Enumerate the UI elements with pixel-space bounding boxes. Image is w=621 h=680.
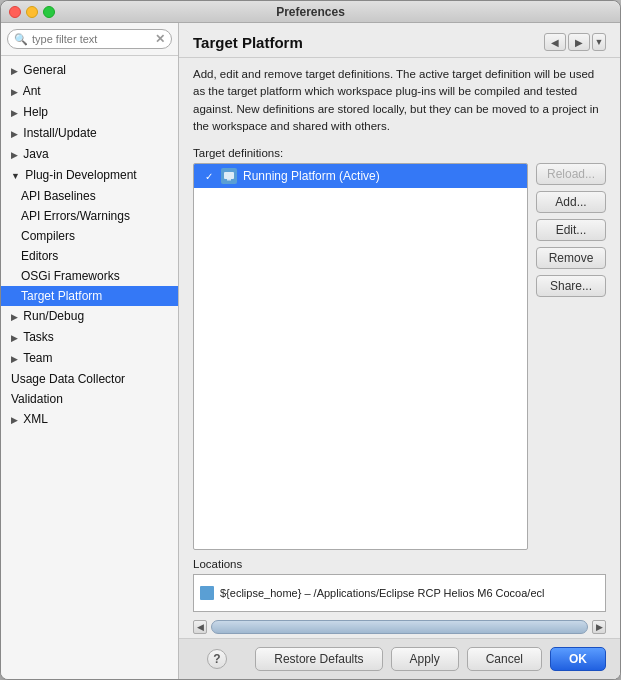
sidebar-item-label: Ant — [23, 84, 41, 98]
def-item-label: Running Platform (Active) — [243, 169, 380, 183]
sidebar-item-label: Target Platform — [21, 289, 102, 303]
sidebar: 🔍 ✕ ▶ General ▶ Ant ▶ H — [1, 23, 179, 679]
expand-triangle: ▶ — [11, 125, 18, 143]
minimize-button[interactable] — [26, 6, 38, 18]
window-title: Preferences — [276, 5, 345, 19]
locations-box: ${eclipse_home} – /Applications/Eclipse … — [193, 574, 606, 612]
expand-triangle: ▶ — [11, 62, 18, 80]
add-button[interactable]: Add... — [536, 191, 606, 213]
scroll-left-button[interactable]: ◀ — [193, 620, 207, 634]
panel-body: Target definitions: ✓ Running Platfor — [179, 143, 620, 558]
definitions-list: ✓ Running Platform (Active) — [193, 163, 528, 550]
sidebar-item-xml[interactable]: ▶ XML — [1, 409, 178, 430]
apply-button[interactable]: Apply — [391, 647, 459, 671]
sidebar-item-team[interactable]: ▶ Team — [1, 348, 178, 369]
sidebar-item-label: General — [23, 63, 66, 77]
sidebar-item-general[interactable]: ▶ General — [1, 60, 178, 81]
sidebar-item-help[interactable]: ▶ Help — [1, 102, 178, 123]
search-input[interactable] — [32, 33, 151, 45]
sidebar-item-label: API Baselines — [21, 189, 96, 203]
bottom-bar: ? Restore Defaults Apply Cancel OK — [179, 638, 620, 679]
sidebar-item-install-update[interactable]: ▶ Install/Update — [1, 123, 178, 144]
sidebar-item-label: Team — [23, 351, 52, 365]
def-checkbox[interactable]: ✓ — [202, 170, 215, 183]
edit-button[interactable]: Edit... — [536, 219, 606, 241]
sidebar-item-plugin-dev[interactable]: ▼ Plug-in Development — [1, 165, 178, 186]
search-wrapper: 🔍 ✕ — [7, 29, 172, 49]
main-content: 🔍 ✕ ▶ General ▶ Ant ▶ H — [1, 23, 620, 679]
search-box: 🔍 ✕ — [1, 23, 178, 56]
sidebar-item-api-errors[interactable]: API Errors/Warnings — [1, 206, 178, 226]
expand-triangle: ▼ — [11, 167, 20, 185]
expand-triangle: ▶ — [11, 350, 18, 368]
sidebar-item-tasks[interactable]: ▶ Tasks — [1, 327, 178, 348]
remove-button[interactable]: Remove — [536, 247, 606, 269]
sidebar-item-label: Editors — [21, 249, 58, 263]
sidebar-item-label: Plug-in Development — [25, 168, 136, 182]
title-bar: Preferences — [1, 1, 620, 23]
scrollbar-area: ◀ ▶ — [179, 618, 620, 638]
expand-triangle: ▶ — [11, 308, 18, 326]
horizontal-scrollbar[interactable] — [211, 620, 588, 634]
panel-header: Target Platform ◀ ▶ ▼ — [179, 23, 620, 58]
sidebar-item-label: Usage Data Collector — [11, 372, 125, 386]
sidebar-item-label: Tasks — [23, 330, 54, 344]
definitions-area: ✓ Running Platform (Active) Reload... — [193, 163, 606, 550]
preferences-window: Preferences 🔍 ✕ ▶ General ▶ — [0, 0, 621, 680]
sidebar-item-ant[interactable]: ▶ Ant — [1, 81, 178, 102]
bottom-left: ? — [193, 649, 247, 669]
sidebar-item-label: API Errors/Warnings — [21, 209, 130, 223]
help-button[interactable]: ? — [207, 649, 227, 669]
nav-forward-button[interactable]: ▶ — [568, 33, 590, 51]
sidebar-item-usage-data[interactable]: Usage Data Collector — [1, 369, 178, 389]
expand-triangle: ▶ — [11, 329, 18, 347]
sidebar-item-osgi[interactable]: OSGi Frameworks — [1, 266, 178, 286]
nav-back-button[interactable]: ◀ — [544, 33, 566, 51]
scroll-right-button[interactable]: ▶ — [592, 620, 606, 634]
tree-view: ▶ General ▶ Ant ▶ Help ▶ Install/Update — [1, 56, 178, 679]
sidebar-item-api-baselines[interactable]: API Baselines — [1, 186, 178, 206]
platform-icon — [221, 168, 237, 184]
restore-defaults-button[interactable]: Restore Defaults — [255, 647, 382, 671]
expand-triangle: ▶ — [11, 411, 18, 429]
side-buttons: Reload... Add... Edit... Remove Share... — [536, 163, 606, 550]
sidebar-item-editors[interactable]: Editors — [1, 246, 178, 266]
panel-title: Target Platform — [193, 34, 303, 51]
def-item-running-platform[interactable]: ✓ Running Platform (Active) — [194, 164, 527, 188]
bottom-buttons: Restore Defaults Apply — [255, 647, 458, 671]
search-clear-icon[interactable]: ✕ — [155, 32, 165, 46]
sidebar-item-label: Install/Update — [23, 126, 96, 140]
ok-button[interactable]: OK — [550, 647, 606, 671]
sidebar-item-label: Run/Debug — [23, 309, 84, 323]
svg-rect-1 — [227, 179, 231, 181]
nav-buttons: ◀ ▶ ▼ — [544, 33, 606, 51]
right-panel: Target Platform ◀ ▶ ▼ Add, edit and remo… — [179, 23, 620, 679]
expand-triangle: ▶ — [11, 83, 18, 101]
location-icon — [200, 586, 214, 600]
svg-rect-0 — [224, 172, 234, 179]
expand-triangle: ▶ — [11, 146, 18, 164]
sidebar-item-label: Java — [23, 147, 48, 161]
sidebar-item-run-debug[interactable]: ▶ Run/Debug — [1, 306, 178, 327]
nav-dropdown-button[interactable]: ▼ — [592, 33, 606, 51]
sidebar-item-validation[interactable]: Validation — [1, 389, 178, 409]
sidebar-item-label: OSGi Frameworks — [21, 269, 120, 283]
sidebar-item-java[interactable]: ▶ Java — [1, 144, 178, 165]
sidebar-item-target-platform[interactable]: Target Platform — [1, 286, 178, 306]
reload-button[interactable]: Reload... — [536, 163, 606, 185]
sidebar-item-label: Help — [23, 105, 48, 119]
locations-section: Locations ${eclipse_home} – /Application… — [179, 558, 620, 618]
sidebar-item-label: Compilers — [21, 229, 75, 243]
cancel-button[interactable]: Cancel — [467, 647, 542, 671]
close-button[interactable] — [9, 6, 21, 18]
maximize-button[interactable] — [43, 6, 55, 18]
panel-description: Add, edit and remove target definitions.… — [179, 58, 620, 143]
location-path: ${eclipse_home} – /Applications/Eclipse … — [220, 587, 544, 599]
expand-triangle: ▶ — [11, 104, 18, 122]
search-icon: 🔍 — [14, 33, 28, 46]
share-button[interactable]: Share... — [536, 275, 606, 297]
sidebar-item-label: Validation — [11, 392, 63, 406]
sidebar-item-compilers[interactable]: Compilers — [1, 226, 178, 246]
locations-label: Locations — [193, 558, 606, 570]
traffic-lights — [9, 6, 55, 18]
